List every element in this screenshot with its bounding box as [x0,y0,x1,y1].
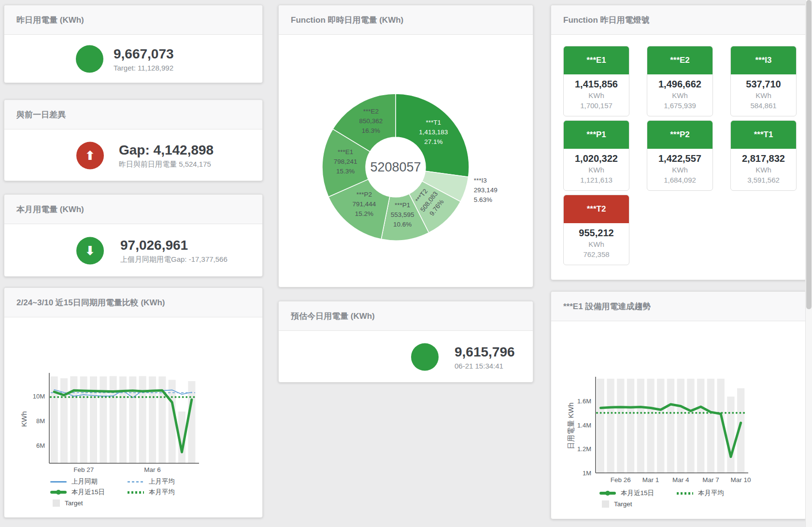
svg-text:8M: 8M [36,417,45,425]
card-yesterday-lights: Function 昨日用電燈號 ***E1 1,415,856 KWh 1,70… [551,5,807,280]
card-title: 本月用電量 (KWh) [16,204,84,215]
light-tile: ***T1 2,817,832 KWh 3,591,562 [730,120,797,191]
light-tile-target: 762,358 [564,249,629,259]
kpi-subtext: 昨日與前日用電量 5,524,175 [119,159,214,169]
legend-swatch-line [50,481,67,483]
svg-text:Feb 26: Feb 26 [611,476,631,484]
light-tile-header: ***E1 [564,46,629,74]
light-tile-unit: KWh [731,165,796,175]
legend-item[interactable]: 本月近15日 [50,487,128,498]
legend-swatch-thick [599,492,616,495]
light-tile-header: ***E2 [647,46,712,74]
compare-line-chart: 6M8M10MFeb 27Mar 6KWh [4,317,262,475]
kpi-text-block: 9,667,073 Target: 11,128,992 [114,46,174,72]
arrow-up-icon: ⬆ [76,142,104,169]
svg-text:1.2M: 1.2M [577,445,591,453]
card-title: 昨日用電量 (KWh) [16,14,84,26]
legend-item[interactable]: Target [50,498,128,508]
legend-swatch-dots [677,492,693,495]
light-tile: ***E2 1,496,662 KWh 1,675,939 [647,46,713,116]
legend-item[interactable]: 本月平均 [677,488,754,499]
svg-text:10M: 10M [33,393,45,400]
light-tile-target: 1,700,157 [564,100,629,111]
legend-label: Target [65,499,83,507]
card-15day-compare-chart: 2/24~3/10 近15日同期用電量比較 (KWh) 6M8M10MFeb 2… [4,287,263,518]
svg-text:***I3293,1495.63%: ***I3293,1495.63% [474,177,498,203]
card-header: 2/24~3/10 近15日同期用電量比較 (KWh) [4,288,262,317]
svg-text:1.4M: 1.4M [577,422,591,429]
light-tile-value: 955,212 [564,227,629,239]
card-header: 預估今日用電量 (KWh) [279,301,533,331]
legend-swatch-dash [128,481,144,483]
light-tile-target: 584,861 [731,100,796,111]
legend-item[interactable]: 上月同期 [50,476,128,487]
legend-item[interactable]: Target [599,499,677,509]
svg-text:Feb 27: Feb 27 [73,466,94,473]
legend-item[interactable]: 本月近15日 [599,488,677,499]
trend-line-chart: 1M1.2M1.4M1.6MFeb 26Mar 1Mar 4Mar 7Mar 1… [551,323,806,488]
svg-text:Mar 10: Mar 10 [731,476,751,484]
light-tiles-grid: ***E1 1,415,856 KWh 1,700,157 ***E2 1,49… [563,46,797,265]
card-title: 預估今日用電量 (KWh) [291,311,375,322]
legend-item[interactable]: 本月平均 [128,487,205,498]
svg-text:1.6M: 1.6M [577,398,591,405]
light-tile-value: 1,496,662 [647,78,712,90]
card-e1-trend-chart: ***E1 設備用電達成趨勢 1M1.2M1.4M1.6MFeb 26Mar 1… [551,291,807,519]
kpi-value: 9,615,796 [455,344,515,359]
light-tile-body: 537,710 KWh 584,861 [731,74,796,111]
kpi-subtext: 上個月同期用電Gap: -17,377,566 [120,255,228,264]
kpi-value: Gap: 4,142,898 [119,142,214,157]
light-tile-target: 1,684,092 [647,175,712,185]
light-tile: ***T2 955,212 KWh 762,358 [563,195,629,265]
card-header: 與前一日差異 [4,100,262,129]
realtime-donut-chart: ***T11,413,18327.1%***I3293,1495.63%***T… [279,34,533,286]
light-tile-target: 3,591,562 [731,175,796,185]
legend-swatch-dots [128,491,144,494]
light-tile-header: ***P1 [564,121,629,149]
svg-text:6M: 6M [36,442,45,449]
legend-swatch-box [602,500,609,508]
kpi-timestamp: 06-21 15:34:41 [455,361,515,370]
light-tile-unit: KWh [731,90,796,100]
light-tile-unit: KWh [647,90,712,100]
light-tile-unit: KWh [564,239,629,249]
card-header: 昨日用電量 (KWh) [4,5,262,35]
light-tile-value: 1,020,322 [564,153,629,165]
trend-chart-legend: 本月近15日本月平均Target [599,488,764,509]
scrollbar-thumb[interactable] [806,0,812,309]
energy-dashboard-page: 昨日用電量 (KWh) 9,667,073 Target: 11,128,992… [0,0,812,527]
svg-text:KWh: KWh [20,411,28,427]
card-realtime-donut: Function 即時日用電量 (KWh) ***T11,413,18327.1… [278,5,533,287]
legend-swatch-box [53,499,60,507]
legend-label: 上月平均 [149,477,175,486]
light-tile-header: ***T1 [731,121,796,149]
card-today-estimate: 預估今日用電量 (KWh) 9,615,796 06-21 15:34:41 [278,301,533,383]
card-yesterday-usage: 昨日用電量 (KWh) 9,667,073 Target: 11,128,992 [4,5,263,83]
legend-label: 本月平均 [698,489,724,498]
legend-label: 本月近15日 [621,489,654,498]
kpi-value: 9,667,073 [114,46,174,62]
legend-swatch-thick [50,491,67,494]
kpi-body: ⬇ 97,026,961 上個月同期用電Gap: -17,377,566 [4,224,262,277]
light-tile-target: 1,121,613 [564,175,629,185]
legend-label: Target [614,500,632,508]
legend-label: 本月近15日 [71,488,105,497]
light-tile: ***P1 1,020,322 KWh 1,121,613 [563,120,629,191]
svg-text:日用電量 KWh: 日用電量 KWh [567,402,575,449]
card-title: 2/24~3/10 近15日同期用電量比較 (KWh) [16,297,165,308]
light-tile: ***E1 1,415,856 KWh 1,700,157 [563,46,629,116]
card-day-gap: 與前一日差異 ⬆ Gap: 4,142,898 昨日與前日用電量 5,524,1… [4,100,263,181]
legend-item[interactable]: 上月平均 [128,476,205,487]
light-tile-unit: KWh [564,90,629,100]
card-header: 本月用電量 (KWh) [4,195,262,224]
light-tile-header: ***P2 [647,121,712,149]
kpi-body: ⬆ Gap: 4,142,898 昨日與前日用電量 5,524,175 [4,129,262,181]
legend-label: 上月同期 [71,477,98,486]
svg-text:Mar 6: Mar 6 [144,466,161,473]
light-tile: ***I3 537,710 KWh 584,861 [730,46,797,116]
light-tile-value: 2,817,832 [731,153,796,165]
card-title: Function 即時日用電量 (KWh) [291,14,403,26]
svg-text:Mar 4: Mar 4 [672,476,689,484]
kpi-text-block: 97,026,961 上個月同期用電Gap: -17,377,566 [120,237,228,264]
vertical-scrollbar[interactable] [805,0,812,527]
